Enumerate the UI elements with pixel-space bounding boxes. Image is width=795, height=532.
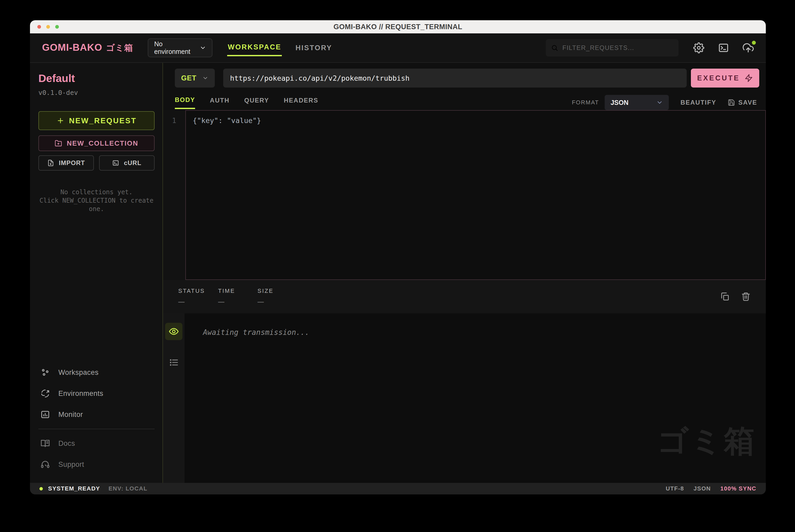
time-label: TIME: [218, 288, 245, 294]
gear-icon: [693, 42, 704, 53]
editor-gutter: 1: [163, 110, 185, 280]
system-status: SYSTEM_READY: [48, 485, 100, 492]
save-button[interactable]: SAVE: [728, 99, 757, 106]
line-number: 1: [163, 116, 185, 125]
response-time-col: TIME —: [218, 288, 245, 305]
search-icon: [551, 44, 558, 52]
execute-button[interactable]: EXECUTE: [691, 69, 759, 88]
body-editor[interactable]: 1 {"key": "value"}: [163, 110, 766, 280]
execute-label: EXECUTE: [697, 74, 740, 82]
response-size-col: SIZE —: [258, 288, 284, 305]
url-field[interactable]: [223, 69, 687, 88]
tab-auth[interactable]: AUTH: [210, 97, 229, 108]
size-value: —: [258, 298, 284, 305]
sidebar-item-label: Support: [58, 460, 84, 469]
window-title: GOMI-BAKO // REQUEST_TERMINAL: [30, 23, 766, 31]
watermark-japanese: ゴミ箱: [657, 420, 756, 462]
collections-empty-line1: No collections yet.: [38, 188, 155, 196]
sidebar-item-environments[interactable]: Environments: [38, 383, 155, 404]
chevron-down-icon: [202, 75, 208, 81]
format-status: JSON: [694, 485, 711, 492]
cloud-sync-button[interactable]: [743, 42, 754, 53]
editor-code-line: {"key": "value"}: [193, 116, 261, 125]
logo-japanese-text: ゴミ箱: [106, 43, 133, 53]
sidebar-item-monitor[interactable]: Monitor: [38, 404, 155, 425]
sidebar-item-label: Workspaces: [58, 368, 99, 377]
chevron-down-icon: [656, 99, 663, 106]
sidebar-button-row: IMPORT cURL: [38, 155, 155, 171]
environment-value: No environment: [154, 40, 200, 55]
save-label: SAVE: [738, 99, 757, 106]
sidebar-item-label: Environments: [58, 390, 103, 398]
status-label: STATUS: [178, 288, 205, 294]
method-select[interactable]: GET: [175, 69, 215, 88]
environment-select[interactable]: No environment: [148, 38, 212, 57]
new-request-label: NEW_REQUEST: [69, 116, 137, 125]
sidebar-item-support[interactable]: Support: [38, 454, 155, 475]
tab-body[interactable]: BODY: [175, 96, 195, 109]
file-import-icon: [47, 159, 54, 166]
search-input[interactable]: [562, 44, 673, 52]
copy-icon[interactable]: [720, 292, 730, 301]
tab-headers[interactable]: HEADERS: [284, 97, 318, 108]
app-window: GOMI-BAKO // REQUEST_TERMINAL GOMI-BAKOゴ…: [30, 20, 766, 494]
sidebar-item-label: Docs: [58, 439, 75, 448]
sidebar: Default v0.1.0-dev NEW_REQUEST NEW_COLLE…: [30, 63, 163, 483]
import-label: IMPORT: [59, 159, 85, 167]
beautify-label: BEAUTIFY: [680, 99, 716, 106]
raw-list-view-button[interactable]: [165, 354, 183, 371]
method-value: GET: [181, 74, 197, 82]
search-field[interactable]: [546, 39, 679, 57]
titlebar: GOMI-BAKO // REQUEST_TERMINAL: [30, 20, 766, 33]
sidebar-item-docs[interactable]: Docs: [38, 433, 155, 454]
format-label: FORMAT: [572, 99, 599, 106]
header-icons: [693, 42, 754, 53]
size-label: SIZE: [258, 288, 284, 294]
env-status: ENV: LOCAL: [109, 485, 148, 492]
settings-button[interactable]: [693, 42, 704, 53]
response-body: Awaiting transmission... ゴミ箱: [163, 313, 766, 483]
import-button[interactable]: IMPORT: [38, 155, 94, 171]
curl-button[interactable]: cURL: [99, 155, 155, 171]
monitor-chart-icon: [40, 410, 50, 419]
beautify-button[interactable]: BEAUTIFY: [680, 99, 716, 106]
workspaces-icon: [40, 368, 50, 377]
collections-empty-message: No collections yet. Click NEW_COLLECTION…: [38, 188, 155, 213]
tab-workspace[interactable]: WORKSPACE: [227, 39, 282, 56]
tab-query[interactable]: QUERY: [244, 97, 269, 108]
awaiting-message: Awaiting transmission...: [185, 313, 309, 483]
request-bar: GET EXECUTE: [163, 63, 766, 88]
console-button[interactable]: [718, 42, 729, 53]
format-select[interactable]: JSON: [605, 95, 669, 110]
preview-view-button[interactable]: [165, 323, 183, 340]
workspace-name: Default: [38, 72, 155, 84]
tab-history[interactable]: HISTORY: [295, 40, 333, 56]
format-value: JSON: [610, 99, 628, 107]
content-area: Default v0.1.0-dev NEW_REQUEST NEW_COLLE…: [30, 63, 766, 483]
collections-empty-line2: Click NEW_COLLECTION to create one.: [38, 196, 155, 213]
new-request-button[interactable]: NEW_REQUEST: [38, 111, 155, 130]
url-input[interactable]: [230, 74, 680, 82]
new-collection-button[interactable]: NEW_COLLECTION: [38, 135, 155, 151]
editor-code-area[interactable]: {"key": "value"}: [185, 110, 766, 280]
terminal-icon: [718, 42, 729, 53]
eye-icon: [169, 326, 179, 337]
sync-status-dot: [752, 41, 756, 45]
logo-text: GOMI-BAKO: [42, 42, 102, 53]
sidebar-divider: [38, 429, 155, 429]
response-header: STATUS — TIME — SIZE —: [163, 280, 766, 313]
status-bar: SYSTEM_READY ENV: LOCAL UTF-8 JSON 100% …: [30, 483, 766, 494]
sidebar-item-workspaces[interactable]: Workspaces: [38, 362, 155, 383]
sync-status: 100% SYNC: [720, 485, 756, 492]
save-floppy-icon: [728, 99, 735, 106]
request-tabs-row: BODY AUTH QUERY HEADERS FORMAT JSON BEAU…: [163, 88, 766, 110]
folder-plus-icon: [55, 139, 62, 147]
sidebar-item-label: Monitor: [58, 411, 83, 419]
plus-icon: [57, 117, 64, 125]
environments-cycle-icon: [40, 389, 50, 398]
system-ready-dot: [39, 487, 43, 491]
sidebar-bottom-nav: Workspaces Environments Monitor Docs: [38, 362, 155, 475]
trash-icon[interactable]: [741, 292, 751, 301]
app-header: GOMI-BAKOゴミ箱 No environment WORKSPACE HI…: [30, 33, 766, 63]
support-headset-icon: [40, 460, 50, 469]
